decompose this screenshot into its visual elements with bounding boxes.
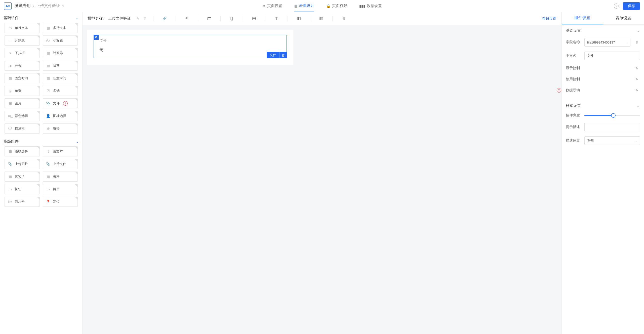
device-tablet-icon[interactable] bbox=[227, 14, 236, 23]
palette-item[interactable]: ▭网页 bbox=[43, 184, 78, 194]
palette-item[interactable]: A▢颜色选择 bbox=[5, 111, 40, 121]
tab-component-settings[interactable]: 组件设置 bbox=[562, 12, 603, 24]
section-style-settings[interactable]: 样式设置 ⌄ bbox=[562, 100, 644, 111]
component-type-icon: 📎 bbox=[46, 162, 51, 166]
palette-item[interactable]: 📎上传图片 bbox=[5, 159, 40, 169]
palette-item-label: 上传文件 bbox=[53, 162, 66, 166]
palette-item[interactable]: ▣图片 bbox=[5, 98, 40, 108]
section-basic-settings[interactable]: 基础设置 ⌄ bbox=[562, 25, 644, 35]
component-type-icon: 📎 bbox=[46, 101, 51, 105]
palette-item-label: 文件 bbox=[53, 101, 60, 106]
component-type-icon: ⓘ bbox=[8, 126, 12, 131]
move-handle-icon[interactable]: ✥ bbox=[94, 35, 99, 40]
tab-label: 表单设计 bbox=[299, 3, 314, 8]
selected-component-file[interactable]: ✥ 文件 无 文件 🗑 bbox=[94, 35, 287, 58]
palette-group-advanced[interactable]: 高级组件 ⌄ bbox=[0, 136, 82, 146]
palette-item[interactable]: 👤图标选择 bbox=[43, 111, 78, 121]
palette-item[interactable]: 📍定位 bbox=[43, 197, 78, 207]
breadcrumb: 测试专用 › 上传文件验证 ✎ bbox=[15, 3, 64, 9]
edit-model-icon[interactable]: ✎ bbox=[136, 17, 139, 20]
palette-item[interactable]: №流水号 bbox=[5, 197, 40, 207]
field-label: 控件宽度 bbox=[566, 113, 582, 118]
preview-icon[interactable]: 👁 bbox=[182, 14, 191, 23]
palette-item[interactable]: ⓘ描述框 bbox=[5, 123, 40, 134]
field-label: 提示描述 bbox=[566, 125, 582, 129]
tab-data-settings[interactable]: ▮▮▮ 数据设置 bbox=[359, 0, 382, 12]
layout-4col-icon[interactable] bbox=[317, 14, 326, 23]
control-width-row: 控件宽度 bbox=[562, 111, 644, 120]
palette-item[interactable]: ▥固定时间 bbox=[5, 73, 40, 83]
layout-1col-icon[interactable] bbox=[250, 14, 259, 23]
tab-form-design[interactable]: ▤ 表单设计 bbox=[294, 0, 314, 12]
edit-title-icon[interactable]: ✎ bbox=[62, 4, 64, 8]
tab-page-permission[interactable]: 🔒 页面权限 bbox=[326, 0, 347, 12]
form-card[interactable]: ✥ 文件 无 文件 🗑 bbox=[87, 30, 293, 65]
component-type-icon: ▦ bbox=[46, 51, 51, 55]
palette-item-label: 颜色选择 bbox=[15, 114, 28, 118]
palette-item[interactable]: ▭单行文本 bbox=[5, 23, 40, 33]
svg-rect-0 bbox=[208, 17, 211, 20]
layout-wide-icon[interactable] bbox=[205, 14, 214, 23]
palette-item-label: 图片 bbox=[15, 101, 21, 106]
field-name-row: 字段名称 file1699243405137 ⌄ ⎘ bbox=[562, 35, 644, 49]
component-type-icon: — bbox=[8, 38, 12, 43]
palette-item[interactable]: ▾下拉框 bbox=[5, 48, 40, 58]
chevron-down-icon: ⌄ bbox=[637, 28, 640, 33]
help-icon[interactable]: ? bbox=[614, 4, 619, 9]
component-type-icon: ▦ bbox=[8, 175, 12, 179]
tab-form-settings[interactable]: 表单设置 bbox=[603, 12, 644, 24]
palette-item[interactable]: ◑开关 bbox=[5, 61, 40, 71]
palette-item[interactable]: ▤多行文本 bbox=[43, 23, 78, 33]
selection-tag: 文件 🗑 bbox=[267, 52, 287, 58]
desc-position-value: 右侧 bbox=[587, 138, 594, 143]
edit-disable-control-icon[interactable]: ✎ bbox=[634, 76, 640, 82]
right-tabs: 组件设置 表单设置 bbox=[562, 12, 644, 25]
palette-item[interactable]: ☑多选 bbox=[43, 86, 78, 96]
palette-item-label: 分割线 bbox=[15, 38, 25, 43]
palette-item[interactable]: 📎上传文件 bbox=[43, 159, 78, 169]
link-icon[interactable]: 🔗 bbox=[160, 14, 169, 23]
tab-page-settings[interactable]: ⚙ 页面设置 bbox=[262, 0, 282, 12]
trash-icon[interactable]: 🗑 bbox=[339, 14, 348, 23]
breadcrumb-root[interactable]: 测试专用 bbox=[15, 3, 31, 9]
palette-item[interactable]: 𝕋富文本 bbox=[43, 146, 78, 156]
component-type-icon: ▦ bbox=[46, 175, 51, 179]
palette-item[interactable]: Aᴀ小标题 bbox=[43, 35, 78, 46]
copy-icon[interactable]: ⎘ bbox=[634, 39, 640, 45]
hint-desc-row: 提示描述 bbox=[562, 120, 644, 134]
field-name-select[interactable]: file1699243405137 ⌄ bbox=[584, 38, 630, 47]
palette-item[interactable]: ⊕链接 bbox=[43, 123, 78, 134]
palette-group-basic[interactable]: 基础组件 ⌄ bbox=[0, 12, 82, 23]
gear-small-icon[interactable]: ⚙ bbox=[144, 17, 147, 20]
palette-item-label: 富文本 bbox=[53, 149, 63, 154]
palette-item-label: 定位 bbox=[53, 199, 60, 204]
control-width-slider[interactable] bbox=[584, 115, 640, 116]
component-type-icon: ▥ bbox=[46, 76, 51, 80]
button-settings-link[interactable]: 按钮设置 bbox=[542, 16, 556, 21]
hint-desc-input[interactable] bbox=[584, 123, 640, 131]
palette-item[interactable]: ▭按钮 bbox=[5, 184, 40, 194]
layout-3col-icon[interactable] bbox=[294, 14, 303, 23]
edit-data-link-icon[interactable]: ✎ bbox=[634, 87, 640, 93]
palette-item[interactable]: ▥任意时间 bbox=[43, 73, 78, 83]
svg-rect-7 bbox=[297, 17, 300, 20]
palette-item[interactable]: ◎单选 bbox=[5, 86, 40, 96]
palette-item-label: 任意时间 bbox=[53, 76, 66, 80]
palette-item[interactable]: ▥日期 bbox=[43, 61, 78, 71]
desc-position-select[interactable]: 右侧 ⌄ bbox=[584, 136, 640, 145]
edit-display-control-icon[interactable]: ✎ bbox=[634, 65, 640, 71]
component-field-value: 无 bbox=[99, 48, 282, 52]
layout-2col-icon[interactable] bbox=[272, 14, 281, 23]
cn-name-input[interactable] bbox=[584, 52, 640, 60]
palette-item[interactable]: ▦表格 bbox=[43, 172, 78, 182]
palette-item[interactable]: ▦级联选择 bbox=[5, 146, 40, 156]
save-button[interactable]: 保存 bbox=[623, 2, 640, 10]
component-type-icon: ⊕ bbox=[46, 127, 51, 131]
palette-item[interactable]: —分割线 bbox=[5, 35, 40, 46]
palette-item[interactable]: ▦计数器 bbox=[43, 48, 78, 58]
component-palette: 基础组件 ⌄ ▭单行文本▤多行文本—分割线Aᴀ小标题▾下拉框▦计数器◑开关▥日期… bbox=[0, 12, 83, 334]
field-label: 描述位置 bbox=[566, 138, 582, 143]
palette-item[interactable]: ▦选项卡 bbox=[5, 172, 40, 182]
palette-item[interactable]: 📎文件1 bbox=[43, 98, 78, 108]
delete-component-icon[interactable]: 🗑 bbox=[279, 52, 287, 58]
